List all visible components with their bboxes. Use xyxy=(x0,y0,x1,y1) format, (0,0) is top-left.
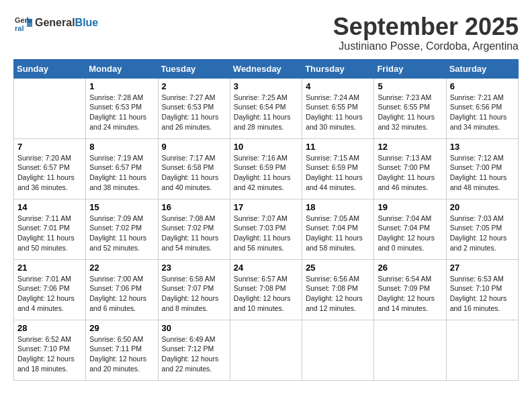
calendar-cell xyxy=(302,320,374,380)
day-info: Sunrise: 7:23 AMSunset: 6:55 PMDaylight:… xyxy=(378,93,442,132)
day-number: 4 xyxy=(306,81,370,91)
calendar-cell: 3Sunrise: 7:25 AMSunset: 6:54 PMDaylight… xyxy=(230,78,302,138)
day-info: Sunrise: 7:24 AMSunset: 6:55 PMDaylight:… xyxy=(306,93,370,132)
calendar-cell xyxy=(374,320,446,380)
day-info: Sunrise: 6:53 AMSunset: 7:10 PMDaylight:… xyxy=(450,274,515,314)
calendar-cell: 4Sunrise: 7:24 AMSunset: 6:55 PMDaylight… xyxy=(302,78,374,138)
calendar-week-row: 28Sunrise: 6:52 AMSunset: 7:10 PMDayligh… xyxy=(14,320,519,380)
day-info: Sunrise: 7:08 AMSunset: 7:02 PMDaylight:… xyxy=(162,214,226,253)
calendar-cell: 19Sunrise: 7:04 AMSunset: 7:04 PMDayligh… xyxy=(374,199,446,259)
logo-blue: Blue xyxy=(75,17,99,28)
day-number: 26 xyxy=(378,263,442,273)
calendar-cell: 6Sunrise: 7:21 AMSunset: 6:56 PMDaylight… xyxy=(446,78,518,138)
calendar-cell xyxy=(230,320,302,380)
day-number: 14 xyxy=(17,202,82,212)
day-info: Sunrise: 7:11 AMSunset: 7:01 PMDaylight:… xyxy=(17,214,82,253)
day-info: Sunrise: 6:50 AMSunset: 7:11 PMDaylight:… xyxy=(89,334,154,374)
calendar-cell: 13Sunrise: 7:12 AMSunset: 7:00 PMDayligh… xyxy=(446,138,518,199)
day-number: 9 xyxy=(162,142,226,152)
page-header: Gene ral GeneralBlue September 2025 Just… xyxy=(13,13,519,52)
calendar-cell: 26Sunrise: 6:54 AMSunset: 7:09 PMDayligh… xyxy=(374,259,446,320)
calendar-table: SundayMondayTuesdayWednesdayThursdayFrid… xyxy=(13,59,519,381)
day-info: Sunrise: 7:17 AMSunset: 6:58 PMDaylight:… xyxy=(162,153,226,193)
day-info: Sunrise: 7:04 AMSunset: 7:04 PMDaylight:… xyxy=(378,214,442,253)
day-number: 23 xyxy=(162,263,226,273)
calendar-cell: 20Sunrise: 7:03 AMSunset: 7:05 PMDayligh… xyxy=(446,199,518,259)
location-subtitle: Justiniano Posse, Cordoba, Argentina xyxy=(333,40,519,52)
calendar-week-row: 7Sunrise: 7:20 AMSunset: 6:57 PMDaylight… xyxy=(14,138,519,199)
day-number: 30 xyxy=(162,323,226,333)
calendar-cell: 12Sunrise: 7:13 AMSunset: 7:00 PMDayligh… xyxy=(374,138,446,199)
month-title: September 2025 xyxy=(333,13,519,40)
day-number: 29 xyxy=(89,323,154,333)
day-info: Sunrise: 7:25 AMSunset: 6:54 PMDaylight:… xyxy=(234,93,298,132)
day-number: 12 xyxy=(378,142,442,152)
day-number: 18 xyxy=(306,202,370,212)
day-number: 5 xyxy=(378,81,442,91)
day-info: Sunrise: 6:54 AMSunset: 7:09 PMDaylight:… xyxy=(378,274,442,314)
calendar-cell: 23Sunrise: 6:58 AMSunset: 7:07 PMDayligh… xyxy=(158,259,230,320)
day-info: Sunrise: 7:16 AMSunset: 6:59 PMDaylight:… xyxy=(234,153,298,193)
calendar-cell xyxy=(446,320,518,380)
calendar-cell: 14Sunrise: 7:11 AMSunset: 7:01 PMDayligh… xyxy=(14,199,86,259)
day-number: 11 xyxy=(306,142,370,152)
calendar-cell: 10Sunrise: 7:16 AMSunset: 6:59 PMDayligh… xyxy=(230,138,302,199)
day-info: Sunrise: 6:52 AMSunset: 7:10 PMDaylight:… xyxy=(17,334,82,374)
day-number: 2 xyxy=(162,81,226,91)
day-number: 22 xyxy=(89,263,154,273)
day-number: 25 xyxy=(306,263,370,273)
day-info: Sunrise: 7:03 AMSunset: 7:05 PMDaylight:… xyxy=(450,214,515,253)
day-info: Sunrise: 7:27 AMSunset: 6:53 PMDaylight:… xyxy=(162,93,226,132)
day-number: 8 xyxy=(89,142,154,152)
day-info: Sunrise: 7:01 AMSunset: 7:06 PMDaylight:… xyxy=(17,274,82,314)
day-info: Sunrise: 7:12 AMSunset: 7:00 PMDaylight:… xyxy=(450,153,515,193)
calendar-cell: 30Sunrise: 6:49 AMSunset: 7:12 PMDayligh… xyxy=(158,320,230,380)
day-number: 16 xyxy=(162,202,226,212)
calendar-week-row: 1Sunrise: 7:28 AMSunset: 6:53 PMDaylight… xyxy=(14,78,519,138)
calendar-cell: 5Sunrise: 7:23 AMSunset: 6:55 PMDaylight… xyxy=(374,78,446,138)
day-info: Sunrise: 7:07 AMSunset: 7:03 PMDaylight:… xyxy=(234,214,298,253)
weekday-header-cell: Wednesday xyxy=(230,59,302,78)
day-info: Sunrise: 6:57 AMSunset: 7:08 PMDaylight:… xyxy=(234,274,298,314)
calendar-cell xyxy=(14,78,86,138)
calendar-cell: 25Sunrise: 6:56 AMSunset: 7:08 PMDayligh… xyxy=(302,259,374,320)
weekday-header-cell: Sunday xyxy=(14,59,86,78)
day-number: 3 xyxy=(234,81,298,91)
logo: Gene ral GeneralBlue xyxy=(13,13,98,32)
day-number: 1 xyxy=(89,81,154,91)
calendar-cell: 27Sunrise: 6:53 AMSunset: 7:10 PMDayligh… xyxy=(446,259,518,320)
calendar-cell: 11Sunrise: 7:15 AMSunset: 6:59 PMDayligh… xyxy=(302,138,374,199)
day-number: 28 xyxy=(17,323,82,333)
calendar-cell: 16Sunrise: 7:08 AMSunset: 7:02 PMDayligh… xyxy=(158,199,230,259)
day-info: Sunrise: 7:13 AMSunset: 7:00 PMDaylight:… xyxy=(378,153,442,193)
calendar-cell: 2Sunrise: 7:27 AMSunset: 6:53 PMDaylight… xyxy=(158,78,230,138)
day-info: Sunrise: 7:19 AMSunset: 6:57 PMDaylight:… xyxy=(89,153,154,193)
day-info: Sunrise: 6:56 AMSunset: 7:08 PMDaylight:… xyxy=(306,274,370,314)
day-number: 21 xyxy=(17,263,82,273)
day-info: Sunrise: 7:05 AMSunset: 7:04 PMDaylight:… xyxy=(306,214,370,253)
day-number: 27 xyxy=(450,263,515,273)
logo-text-area: GeneralBlue xyxy=(35,17,98,29)
calendar-cell: 17Sunrise: 7:07 AMSunset: 7:03 PMDayligh… xyxy=(230,199,302,259)
weekday-header-row: SundayMondayTuesdayWednesdayThursdayFrid… xyxy=(14,59,519,78)
logo-general: General xyxy=(35,17,75,28)
calendar-cell: 28Sunrise: 6:52 AMSunset: 7:10 PMDayligh… xyxy=(14,320,86,380)
day-number: 17 xyxy=(234,202,298,212)
title-area: September 2025 Justiniano Posse, Cordoba… xyxy=(333,13,519,52)
svg-text:ral: ral xyxy=(15,24,24,32)
day-number: 20 xyxy=(450,202,515,212)
weekday-header-cell: Monday xyxy=(86,59,158,78)
day-number: 7 xyxy=(17,142,82,152)
calendar-week-row: 14Sunrise: 7:11 AMSunset: 7:01 PMDayligh… xyxy=(14,199,519,259)
day-info: Sunrise: 7:09 AMSunset: 7:02 PMDaylight:… xyxy=(89,214,154,253)
day-info: Sunrise: 6:58 AMSunset: 7:07 PMDaylight:… xyxy=(162,274,226,314)
day-info: Sunrise: 7:20 AMSunset: 6:57 PMDaylight:… xyxy=(17,153,82,193)
day-info: Sunrise: 7:15 AMSunset: 6:59 PMDaylight:… xyxy=(306,153,370,193)
day-number: 19 xyxy=(378,202,442,212)
weekday-header-cell: Friday xyxy=(374,59,446,78)
day-info: Sunrise: 7:21 AMSunset: 6:56 PMDaylight:… xyxy=(450,93,515,132)
calendar-cell: 29Sunrise: 6:50 AMSunset: 7:11 PMDayligh… xyxy=(86,320,158,380)
day-info: Sunrise: 6:49 AMSunset: 7:12 PMDaylight:… xyxy=(162,334,226,374)
calendar-body: 1Sunrise: 7:28 AMSunset: 6:53 PMDaylight… xyxy=(14,78,519,380)
day-number: 24 xyxy=(234,263,298,273)
